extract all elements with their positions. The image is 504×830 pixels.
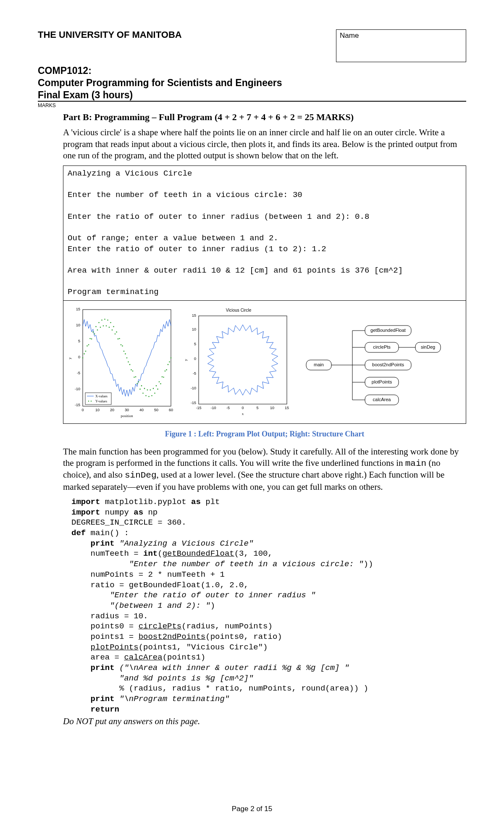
- svg-point-61: [150, 389, 151, 391]
- course-code: COMP1012:: [38, 65, 466, 77]
- course-block: COMP1012: Computer Programming for Scien…: [38, 65, 466, 102]
- name-field-box[interactable]: Name: [336, 29, 466, 62]
- svg-text:-5: -5: [226, 406, 230, 410]
- svg-rect-82: [199, 316, 287, 404]
- svg-point-20: [89, 338, 91, 339]
- svg-text:-5: -5: [193, 371, 196, 376]
- svg-point-72: [166, 369, 167, 370]
- svg-text:40: 40: [139, 408, 144, 412]
- svg-point-16: [84, 353, 85, 355]
- content: Part B: Programming – Full Program (4 + …: [63, 112, 466, 727]
- center-ylabel: y: [184, 359, 188, 361]
- svg-text:30: 30: [125, 408, 129, 412]
- svg-text:5: 5: [78, 339, 80, 343]
- center-xlabel: x: [242, 412, 244, 416]
- figure-caption: Figure 1 : Left: Program Plot Output; Ri…: [63, 430, 466, 439]
- svg-text:10: 10: [270, 406, 274, 410]
- svg-point-48: [131, 369, 132, 370]
- svg-point-69: [162, 376, 163, 378]
- svg-point-55: [141, 385, 142, 386]
- svg-text:X-values: X-values: [95, 394, 108, 398]
- svg-point-59: [147, 389, 148, 391]
- svg-point-27: [100, 327, 101, 328]
- svg-text:50: 50: [154, 408, 158, 412]
- console-output: Analyzing a Vicious Circle Enter the num…: [63, 165, 466, 301]
- svg-point-50: [134, 377, 135, 378]
- svg-text:0: 0: [242, 406, 244, 410]
- svg-text:plotPoints: plotPoints: [372, 379, 392, 384]
- svg-point-65: [156, 385, 157, 386]
- svg-point-39: [118, 338, 119, 339]
- svg-text:10: 10: [76, 323, 80, 327]
- svg-point-73: [168, 364, 169, 365]
- svg-point-35: [112, 329, 113, 331]
- svg-text:-5: -5: [77, 371, 80, 375]
- svg-point-19: [88, 344, 89, 345]
- svg-point-42: [122, 345, 123, 347]
- svg-point-54: [139, 389, 141, 390]
- svg-point-41: [121, 344, 122, 345]
- svg-point-32: [107, 320, 108, 321]
- svg-text:Y-values: Y-values: [95, 399, 107, 403]
- svg-point-74: [169, 361, 170, 362]
- svg-text:0: 0: [81, 408, 84, 412]
- svg-text:-15: -15: [75, 403, 80, 407]
- svg-point-22: [92, 331, 94, 333]
- svg-point-58: [145, 395, 147, 397]
- course-title: Computer Programming for Scientists and …: [38, 77, 466, 89]
- svg-point-53: [138, 381, 139, 383]
- header-row: THE UNIVERSITY OF MANITOBA Name: [38, 29, 466, 62]
- svg-text:-15: -15: [191, 401, 196, 405]
- exam-line: Final Exam (3 hours): [38, 89, 466, 102]
- svg-point-47: [129, 364, 131, 365]
- marks-label: MARKS: [38, 102, 466, 108]
- name-label: Name: [340, 32, 359, 39]
- svg-text:15: 15: [76, 307, 80, 311]
- part-b-title: Part B: Programming – Full Program (4 + …: [63, 112, 466, 123]
- svg-text:calcArea: calcArea: [373, 397, 391, 402]
- svg-point-66: [157, 389, 158, 390]
- svg-point-64: [154, 393, 155, 394]
- svg-point-33: [109, 327, 110, 328]
- svg-point-67: [159, 381, 160, 383]
- svg-point-52: [136, 383, 138, 384]
- svg-point-68: [160, 383, 161, 384]
- svg-point-40: [119, 338, 120, 339]
- svg-text:-10: -10: [210, 406, 216, 410]
- svg-point-17: [85, 351, 87, 352]
- svg-text:5: 5: [256, 406, 258, 410]
- structure-chart: main getBoundedFloat circlePts sinDeg: [298, 303, 449, 421]
- svg-point-28: [101, 320, 102, 321]
- svg-point-43: [123, 351, 125, 352]
- svg-text:0: 0: [78, 355, 80, 359]
- figure-row: -15 -10 -5 0 5 10 15 0 10 20 30 40: [63, 301, 466, 424]
- svg-point-31: [106, 325, 107, 326]
- svg-text:0: 0: [194, 357, 196, 361]
- svg-text:15: 15: [192, 313, 196, 318]
- svg-text:-10: -10: [75, 387, 80, 391]
- svg-point-34: [110, 322, 111, 323]
- svg-point-37: [115, 334, 116, 335]
- svg-text:sinDeg: sinDeg: [421, 344, 435, 349]
- left-xlabel: position: [121, 414, 133, 418]
- svg-text:5: 5: [194, 342, 196, 346]
- svg-point-30: [104, 319, 105, 320]
- left-ylabel: y: [68, 357, 72, 359]
- svg-point-57: [144, 388, 145, 389]
- center-plot: Vicious Circle -15 -10 -5 0 5 10 15 -15 …: [182, 303, 295, 421]
- svg-text:60: 60: [169, 408, 173, 412]
- page-number: Page 2 of 15: [0, 805, 504, 813]
- svg-text:circlePts: circlePts: [373, 344, 391, 349]
- svg-text:10: 10: [95, 408, 100, 412]
- svg-point-44: [125, 353, 126, 355]
- svg-point-38: [116, 331, 117, 333]
- svg-point-24: [95, 326, 97, 327]
- svg-point-45: [126, 357, 128, 359]
- svg-point-70: [163, 377, 164, 378]
- intro-text: A 'vicious circle' is a shape where half…: [63, 127, 466, 161]
- svg-text:-15: -15: [196, 406, 201, 410]
- svg-point-15: [82, 357, 84, 359]
- svg-text:-10: -10: [191, 386, 196, 390]
- svg-text:getBoundedFloat: getBoundedFloat: [370, 328, 406, 333]
- svg-text:15: 15: [285, 406, 289, 410]
